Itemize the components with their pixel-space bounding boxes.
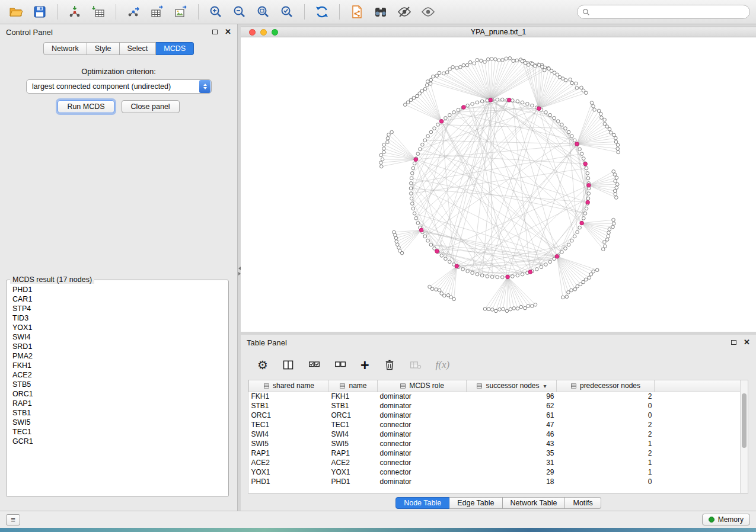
mcds-result-item[interactable]: STB5 [12, 380, 228, 389]
column-sort-icon[interactable] [400, 383, 406, 389]
mcds-result-item[interactable]: RAP1 [12, 399, 228, 408]
run-mcds-button[interactable]: Run MCDS [58, 100, 114, 113]
mcds-result-item[interactable]: STB1 [12, 408, 228, 418]
mcds-result-item[interactable]: CAR1 [12, 294, 228, 304]
float-panel-icon[interactable] [212, 30, 218, 34]
select-all-icon[interactable] [308, 359, 320, 371]
close-panel-button[interactable]: Close panel [122, 100, 180, 113]
column-sort-icon[interactable] [570, 383, 577, 389]
cell-shared_name: ACE2 [249, 458, 329, 467]
export-image-icon[interactable] [171, 3, 191, 21]
column-label: successor nodes [486, 382, 539, 390]
table-row[interactable]: ACE2ACE2connector311 [249, 458, 748, 467]
share-document-icon[interactable] [347, 3, 367, 21]
main-area: Control Panel ✕ NetworkStyleSelectMCDS O… [0, 24, 756, 511]
memory-button[interactable]: Memory [702, 514, 750, 525]
cell-shared_name: RAP1 [249, 448, 329, 458]
search-icon [582, 8, 590, 16]
mcds-result-item[interactable]: PMA2 [12, 351, 228, 361]
table-row[interactable]: TEC1TEC1connector472 [249, 420, 748, 430]
cell-predecessors: 0 [557, 411, 655, 420]
table-row[interactable]: FKH1FKH1dominator962 [249, 392, 748, 401]
column-sort-icon[interactable] [263, 383, 270, 389]
table-row[interactable]: SWI5SWI5connector431 [249, 439, 748, 448]
float-table-panel-icon[interactable] [731, 340, 736, 345]
tab-network[interactable]: Network [43, 42, 87, 55]
node-table-wrap: shared namenameMCDS rolesuccessor nodes▾… [248, 380, 748, 493]
network-title: YPA_prune.txt_1 [241, 28, 756, 36]
cell-name: STB1 [329, 401, 378, 411]
network-titlebar[interactable]: YPA_prune.txt_1 [241, 27, 756, 37]
table-row[interactable]: YOX1YOX1connector291 [249, 467, 748, 477]
zoom-out-icon[interactable] [229, 3, 250, 21]
column-dropdown-icon[interactable]: ▾ [544, 383, 547, 389]
zoom-selected-icon[interactable] [277, 3, 297, 21]
mcds-result-item[interactable]: FKH1 [12, 361, 228, 370]
delete-column-icon[interactable] [384, 359, 395, 371]
column-header-successors[interactable]: successor nodes▾ [467, 380, 557, 392]
column-sort-icon[interactable] [339, 383, 346, 389]
tab-select[interactable]: Select [120, 42, 157, 55]
tab-node-table[interactable]: Node Table [395, 497, 449, 509]
network-graph[interactable] [241, 37, 756, 332]
mcds-result-item[interactable]: SWI5 [12, 418, 228, 427]
show-column-icon[interactable] [282, 359, 294, 371]
column-sort-icon[interactable] [476, 383, 483, 389]
import-network-icon[interactable] [65, 3, 85, 21]
table-row[interactable]: PHD1PHD1dominator180 [249, 477, 748, 486]
mcds-result-item[interactable]: TEC1 [12, 427, 228, 437]
status-menu-button[interactable]: ≡ [6, 514, 20, 525]
close-panel-icon[interactable]: ✕ [225, 29, 231, 35]
show-all-icon[interactable] [418, 3, 438, 21]
column-header-predecessors[interactable]: predecessor nodes [557, 380, 655, 392]
cell-successors: 43 [467, 439, 557, 448]
deselect-all-icon[interactable] [334, 359, 346, 371]
table-row[interactable]: RAP1RAP1dominator352 [249, 448, 748, 458]
column-header-shared_name[interactable]: shared name [249, 380, 329, 392]
tab-edge-table[interactable]: Edge Table [449, 497, 502, 509]
import-table-icon[interactable] [88, 3, 109, 21]
column-header-name[interactable]: name [329, 380, 378, 392]
table-row[interactable]: STB1STB1dominator620 [249, 401, 748, 411]
mcds-result-item[interactable]: GCR1 [12, 437, 228, 446]
export-table-icon[interactable] [147, 3, 167, 21]
export-network-icon[interactable] [123, 3, 143, 21]
save-icon[interactable] [30, 3, 50, 21]
cell-predecessors: 0 [557, 401, 655, 411]
mcds-result-item[interactable]: ORC1 [12, 389, 228, 399]
apply-layout-icon[interactable] [312, 3, 332, 21]
zoom-fit-icon[interactable] [253, 3, 273, 21]
mcds-result-item[interactable]: PHD1 [12, 285, 228, 294]
mcds-result-item[interactable]: STP4 [12, 304, 228, 313]
table-settings-icon[interactable]: ⚙ [257, 359, 268, 371]
criterion-dropdown[interactable]: largest connected component (undirected) [26, 79, 212, 94]
dropdown-stepper-icon [199, 80, 210, 93]
tab-motifs[interactable]: Motifs [565, 497, 601, 509]
cell-shared_name: ORC1 [249, 411, 329, 420]
hide-selected-icon[interactable] [394, 3, 414, 21]
search-box[interactable] [577, 5, 750, 19]
network-view[interactable] [241, 37, 756, 332]
cell-predecessors: 2 [557, 420, 655, 430]
mcds-result-item[interactable]: TID3 [12, 313, 228, 323]
mcds-result-item[interactable]: YOX1 [12, 323, 228, 332]
tab-mcds[interactable]: MCDS [156, 42, 194, 55]
tab-network-table[interactable]: Network Table [503, 497, 566, 509]
tab-style[interactable]: Style [87, 42, 120, 55]
mcds-result-item[interactable]: ACE2 [12, 370, 228, 380]
mcds-result-item[interactable]: SWI4 [12, 332, 228, 342]
first-neighbors-icon[interactable] [371, 3, 391, 21]
add-column-icon[interactable]: + [361, 359, 369, 371]
table-scrollbar-thumb[interactable] [742, 393, 747, 448]
table-row[interactable]: ORC1ORC1dominator610 [249, 411, 748, 420]
splitter-handle-icon[interactable] [238, 264, 241, 277]
column-header-role[interactable]: MCDS role [378, 380, 467, 392]
table-scrollbar[interactable] [740, 380, 748, 493]
close-table-panel-icon[interactable]: ✕ [744, 339, 750, 345]
zoom-in-icon[interactable] [206, 3, 226, 21]
cell-successors: 62 [467, 401, 557, 411]
open-folder-icon[interactable] [6, 3, 26, 21]
mcds-result-item[interactable]: SRD1 [12, 342, 228, 351]
table-row[interactable]: SWI4SWI4dominator462 [249, 430, 748, 439]
search-input[interactable] [593, 8, 745, 16]
